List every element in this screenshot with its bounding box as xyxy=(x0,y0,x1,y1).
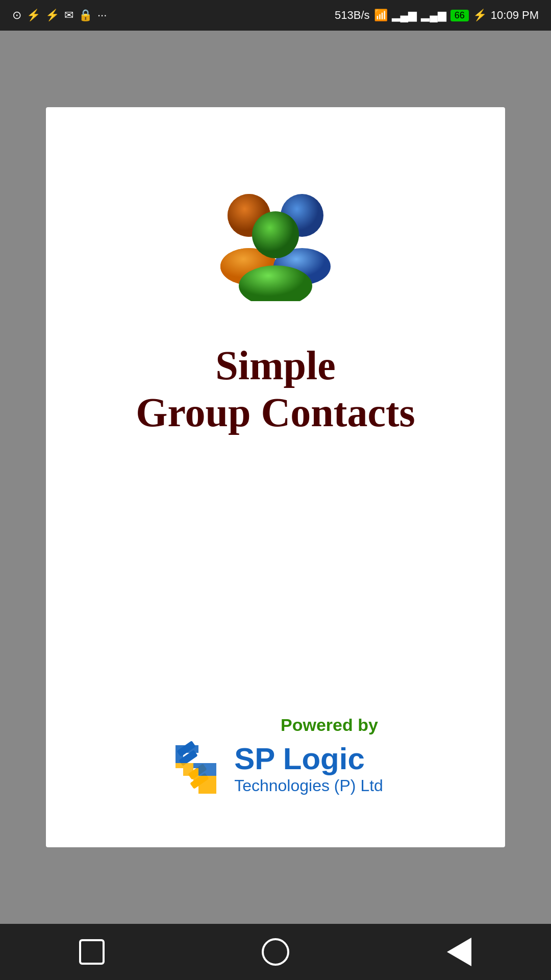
navigation-bar xyxy=(0,924,551,980)
status-bar: ⊙ ⚡ ⚡ ✉ 🔒 ··· 513B/s 📶 ▂▄▆ ▂▄▆ 66 ⚡ 10:0… xyxy=(0,0,551,31)
more-icon: ··· xyxy=(97,9,107,22)
battery-indicator: 66 xyxy=(450,10,469,21)
usb2-icon: ⚡ xyxy=(45,9,59,22)
charging-icon: ⚡ xyxy=(473,9,487,22)
group-contacts-icon xyxy=(194,179,357,301)
home-button[interactable] xyxy=(255,932,296,972)
splogic-logo-icon xyxy=(168,740,224,796)
company-subtitle: Technologies (P) Ltd xyxy=(234,776,383,795)
wifi-icon: 📶 xyxy=(374,9,388,22)
app-title: Simple Group Contacts xyxy=(136,342,415,436)
back-button[interactable] xyxy=(439,932,480,972)
company-branding: SP Logic Technologies (P) Ltd xyxy=(168,740,383,796)
splash-card: Simple Group Contacts Powered by xyxy=(46,107,505,847)
signal2-icon: ▂▄▆ xyxy=(421,9,446,22)
powered-by-section: Powered by xyxy=(168,715,383,796)
signal1-icon: ▂▄▆ xyxy=(392,9,417,22)
mail-icon: ✉ xyxy=(64,9,73,22)
circle-status-icon: ⊙ xyxy=(12,9,21,22)
lock-icon: 🔒 xyxy=(79,9,92,22)
network-speed: 513B/s xyxy=(335,9,370,22)
back-icon xyxy=(447,938,471,966)
company-name: SP Logic xyxy=(234,741,383,776)
company-name-group: SP Logic Technologies (P) Ltd xyxy=(234,741,383,795)
svg-point-6 xyxy=(252,211,299,258)
home-icon xyxy=(262,938,289,966)
powered-by-label: Powered by xyxy=(281,715,378,735)
status-right-info: 513B/s 📶 ▂▄▆ ▂▄▆ 66 ⚡ 10:09 PM xyxy=(335,9,539,22)
app-title-line1: Simple xyxy=(215,343,336,388)
recent-apps-icon xyxy=(79,939,105,965)
status-left-icons: ⊙ ⚡ ⚡ ✉ 🔒 ··· xyxy=(12,9,107,22)
time-display: 10:09 PM xyxy=(491,9,539,22)
recent-apps-button[interactable] xyxy=(71,932,112,972)
app-icon xyxy=(194,179,357,301)
usb-icon: ⚡ xyxy=(27,9,40,22)
app-title-line2: Group Contacts xyxy=(136,390,415,435)
